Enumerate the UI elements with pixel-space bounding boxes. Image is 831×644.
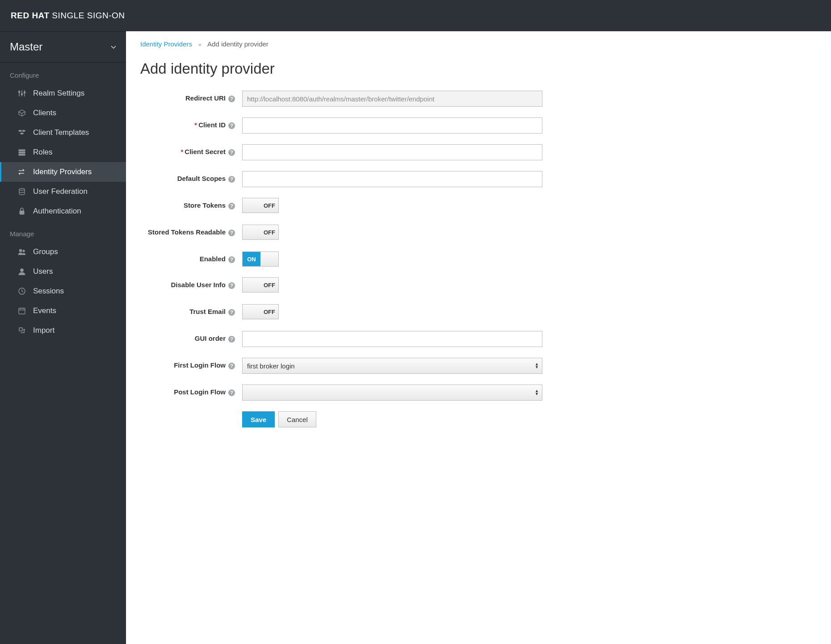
sidebar-item-label: Clients [33, 109, 56, 117]
required-asterisk: * [194, 121, 197, 129]
toggle-handle [260, 252, 278, 266]
redirect-uri-input[interactable] [242, 91, 542, 107]
sidebar-item-client-templates[interactable]: Client Templates [0, 123, 126, 142]
sidebar-item-label: Groups [33, 247, 58, 256]
sidebar-item-sessions[interactable]: Sessions [0, 281, 126, 301]
sidebar-section-manage: Manage [0, 221, 126, 242]
sidebar-item-label: Sessions [33, 287, 64, 296]
toggle-off-label: OFF [260, 198, 278, 213]
brand-strong: RED HAT [11, 11, 50, 20]
toggle-on-label: ON [243, 252, 260, 266]
post-login-flow-select[interactable] [242, 385, 542, 401]
help-icon[interactable]: ? [228, 336, 235, 343]
store-tokens-label: Store Tokens? [140, 198, 242, 210]
help-icon[interactable]: ? [228, 96, 235, 102]
enabled-label: Enabled? [140, 251, 242, 263]
sidebar-item-clients[interactable]: Clients [0, 103, 126, 123]
sidebar-item-users[interactable]: Users [0, 262, 126, 281]
help-icon[interactable]: ? [228, 149, 235, 156]
sidebar-item-user-federation[interactable]: User Federation [0, 182, 126, 201]
disable-user-info-label: Disable User Info? [140, 277, 242, 289]
brand-logo: RED HAT SINGLE SIGN-ON [11, 11, 125, 21]
database-icon [18, 188, 26, 196]
breadcrumb-separator-icon: » [198, 42, 201, 48]
gui-order-input[interactable] [242, 331, 542, 347]
toggle-handle [243, 305, 260, 319]
sidebar-item-realm-settings[interactable]: Realm Settings [0, 84, 126, 103]
breadcrumb-link-identity-providers[interactable]: Identity Providers [140, 40, 192, 48]
client-id-input[interactable] [242, 117, 542, 134]
client-secret-input[interactable] [242, 144, 542, 160]
lock-icon [18, 207, 26, 215]
topbar: RED HAT SINGLE SIGN-ON [0, 0, 831, 31]
sidebar-item-roles[interactable]: Roles [0, 142, 126, 162]
client-id-label: *Client ID? [140, 117, 242, 130]
sidebar-item-import[interactable]: Import [0, 321, 126, 340]
realm-picker[interactable]: Master [0, 32, 126, 63]
help-icon[interactable]: ? [228, 363, 235, 369]
stored-tokens-readable-toggle[interactable]: OFF [242, 225, 279, 240]
help-icon[interactable]: ? [228, 203, 235, 209]
toggle-handle [243, 278, 260, 292]
sidebar-item-identity-providers[interactable]: Identity Providers [0, 162, 126, 182]
trust-email-label: Trust Email? [140, 304, 242, 316]
first-login-flow-label: First Login Flow? [140, 358, 242, 370]
svg-point-2 [24, 92, 25, 93]
brand-light: SINGLE SIGN-ON [52, 11, 125, 20]
sidebar-item-label: Import [33, 326, 55, 335]
import-icon [18, 326, 26, 335]
trust-email-toggle[interactable]: OFF [242, 304, 279, 319]
sidebar-item-label: User Federation [33, 187, 88, 196]
disable-user-info-toggle[interactable]: OFF [242, 277, 279, 293]
help-icon[interactable]: ? [228, 309, 235, 316]
store-tokens-toggle[interactable]: OFF [242, 198, 279, 213]
svg-rect-5 [19, 154, 25, 155]
sidebar-item-label: Users [33, 267, 53, 276]
help-icon[interactable]: ? [228, 176, 235, 183]
list-icon [18, 148, 26, 156]
svg-point-8 [19, 249, 22, 252]
exchange-icon [18, 168, 26, 176]
first-login-flow-select[interactable]: first broker login [242, 358, 542, 374]
sliders-icon [18, 89, 26, 97]
svg-point-6 [19, 188, 25, 190]
help-icon[interactable]: ? [228, 122, 235, 129]
clock-icon [18, 287, 26, 295]
sidebar-section-configure: Configure [0, 63, 126, 84]
sidebar-item-authentication[interactable]: Authentication [0, 201, 126, 221]
enabled-toggle[interactable]: ON [242, 251, 279, 267]
sidebar-item-groups[interactable]: Groups [0, 242, 126, 262]
chevron-down-icon [111, 44, 116, 50]
calendar-icon [18, 307, 26, 315]
breadcrumb-current: Add identity provider [207, 40, 269, 48]
sidebar-item-label: Client Templates [33, 128, 89, 137]
cubes-icon [18, 129, 26, 137]
help-icon[interactable]: ? [228, 282, 235, 289]
help-icon[interactable]: ? [228, 256, 235, 263]
sidebar-item-events[interactable]: Events [0, 301, 126, 321]
user-icon [18, 268, 26, 276]
svg-rect-12 [19, 308, 25, 314]
help-icon[interactable]: ? [228, 230, 235, 236]
sidebar-item-label: Roles [33, 148, 52, 157]
svg-point-9 [23, 250, 25, 252]
stored-tokens-readable-label: Stored Tokens Readable? [140, 225, 242, 237]
page-title: Add identity provider [140, 60, 817, 77]
default-scopes-label: Default Scopes? [140, 171, 242, 183]
sidebar: Master Configure Realm Settings Clients … [0, 31, 126, 644]
save-button[interactable]: Save [242, 411, 275, 427]
toggle-handle [243, 198, 260, 213]
svg-point-1 [21, 93, 23, 95]
sidebar-item-label: Events [33, 306, 56, 315]
svg-point-0 [18, 91, 20, 93]
toggle-off-label: OFF [260, 305, 278, 319]
users-icon [18, 248, 26, 256]
cancel-button[interactable]: Cancel [278, 411, 316, 427]
default-scopes-input[interactable] [242, 171, 542, 187]
client-secret-label: *Client Secret? [140, 144, 242, 156]
main-content: Identity Providers » Add identity provid… [126, 31, 831, 644]
help-icon[interactable]: ? [228, 389, 235, 396]
gui-order-label: GUI order? [140, 331, 242, 343]
redirect-uri-label: Redirect URI? [140, 91, 242, 103]
toggle-handle [243, 225, 260, 239]
